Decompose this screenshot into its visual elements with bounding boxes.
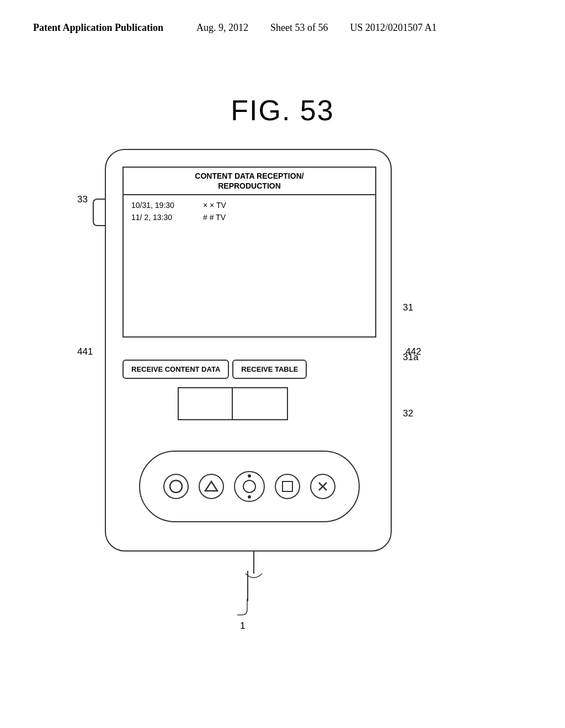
device-body: CONTENT DATA RECEPTION/ REPRODUCTION 10/… bbox=[105, 149, 392, 552]
label-33: 33 bbox=[77, 194, 88, 205]
receive-table-button[interactable]: RECEIVE TABLE bbox=[232, 360, 307, 379]
label-442: 442 bbox=[406, 346, 421, 357]
figure-title: FIG. 53 bbox=[231, 94, 334, 127]
triangle-button[interactable] bbox=[199, 474, 224, 499]
x-button[interactable] bbox=[310, 474, 335, 499]
receive-content-data-button[interactable]: RECEIVE CONTENT DATA bbox=[122, 360, 229, 379]
controller-32 bbox=[139, 451, 360, 522]
buttons-row: RECEIVE CONTENT DATA RECEIVE TABLE bbox=[122, 360, 376, 379]
square-button[interactable] bbox=[275, 474, 300, 499]
schedule-row-2: 11/ 2, 13:30 # # TV bbox=[131, 213, 367, 222]
schedule-row2-channel: # # TV bbox=[203, 213, 226, 222]
schedule-row1-time: 10/31, 19:30 bbox=[131, 201, 192, 210]
label-441: 441 bbox=[77, 346, 93, 357]
publication-date: Aug. 9, 2012 bbox=[196, 22, 248, 34]
patent-publication-label: Patent Application Publication bbox=[33, 22, 163, 34]
label-32: 32 bbox=[403, 408, 413, 419]
screen-title-line1: CONTENT DATA RECEPTION/ bbox=[195, 172, 303, 180]
directional-button[interactable] bbox=[234, 471, 265, 502]
label-31: 31 bbox=[403, 302, 413, 313]
small-rect-inner-left bbox=[179, 388, 233, 419]
label-1: 1 bbox=[240, 620, 245, 631]
screen-31: CONTENT DATA RECEPTION/ REPRODUCTION 10/… bbox=[122, 167, 376, 338]
cable-bracket bbox=[226, 598, 270, 618]
screen-header: CONTENT DATA RECEPTION/ REPRODUCTION bbox=[124, 168, 375, 195]
screen-title-line2: REPRODUCTION bbox=[218, 181, 281, 190]
sheet-number: Sheet 53 of 56 bbox=[270, 22, 328, 34]
screen-content: 10/31, 19:30 × × TV 11/ 2, 13:30 # # TV bbox=[124, 195, 375, 231]
schedule-row2-time: 11/ 2, 13:30 bbox=[131, 213, 192, 222]
svg-marker-8 bbox=[205, 481, 217, 491]
cable-line bbox=[247, 571, 248, 601]
device-wrapper: CONTENT DATA RECEPTION/ REPRODUCTION 10/… bbox=[77, 149, 419, 568]
schedule-row1-channel: × × TV bbox=[203, 201, 226, 210]
patent-number: US 2012/0201507 A1 bbox=[350, 22, 437, 34]
svg-point-7 bbox=[170, 480, 182, 493]
small-rect-inner-right bbox=[233, 388, 287, 419]
schedule-row-1: 10/31, 19:30 × × TV bbox=[131, 201, 367, 210]
circle-button[interactable] bbox=[163, 474, 189, 499]
small-rect-31a bbox=[178, 387, 288, 420]
